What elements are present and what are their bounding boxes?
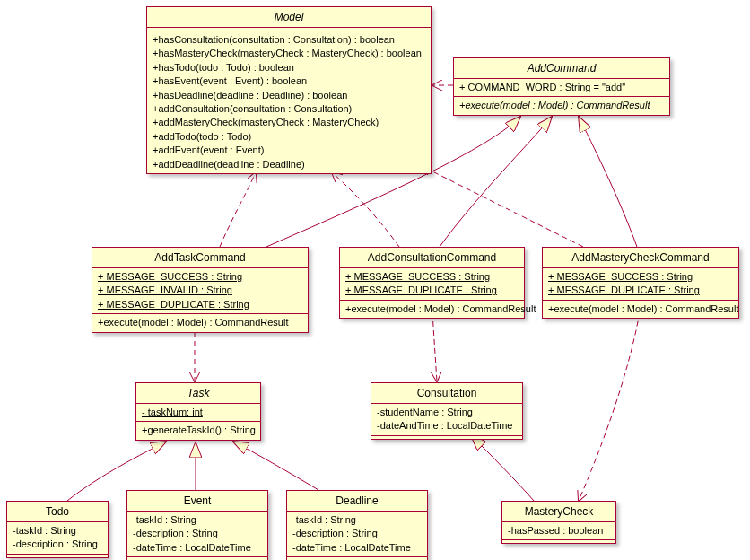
class-addconsultationcommand: AddConsultationCommand + MESSAGE_SUCCESS… xyxy=(339,247,525,319)
class-event: Event -taskId : String -description : St… xyxy=(126,490,268,560)
attribute: + MESSAGE_DUPLICATE : String xyxy=(548,284,733,297)
class-addtaskcommand: AddTaskCommand + MESSAGE_SUCCESS : Strin… xyxy=(92,247,309,333)
attribute: + MESSAGE_DUPLICATE : String xyxy=(345,284,519,297)
attribute: + COMMAND_WORD : String = "add" xyxy=(459,81,664,94)
method: +hasDeadline(deadline : Deadline) : bool… xyxy=(153,89,425,102)
class-title: AddTaskCommand xyxy=(154,251,245,264)
method: +execute(model : Model) : CommandResult xyxy=(548,302,733,316)
attribute: + MESSAGE_DUPLICATE : String xyxy=(98,298,302,311)
class-title: Model xyxy=(275,11,304,23)
class-title: AddConsultationCommand xyxy=(368,251,496,264)
class-title: Event xyxy=(184,494,212,507)
class-model: Model +hasConsultation(consultation : Co… xyxy=(146,6,432,174)
attribute: -description : String xyxy=(133,527,262,540)
method: +addConsultation(consultation : Consulta… xyxy=(153,102,425,116)
method: +addEvent(event : Event) xyxy=(153,144,425,157)
class-title: Deadline xyxy=(336,494,378,507)
class-title: Todo xyxy=(46,505,69,518)
method: +addTodo(todo : Todo) xyxy=(153,130,425,144)
method: +hasMasteryCheck(masteryCheck : MasteryC… xyxy=(153,47,425,60)
attribute: + MESSAGE_SUCCESS : String xyxy=(548,270,733,284)
method: +execute(model : Model) : CommandResult xyxy=(98,316,302,329)
class-title: Task xyxy=(188,387,210,399)
attribute: -description : String xyxy=(13,538,102,551)
attribute: -hasPassed : boolean xyxy=(508,524,610,538)
class-title: MasteryCheck xyxy=(525,505,594,518)
class-masterycheck: MasteryCheck -hasPassed : boolean xyxy=(501,501,616,544)
method: +generateTaskId() : String xyxy=(142,424,255,437)
attribute: -studentName : String xyxy=(377,406,517,419)
class-title: AddCommand xyxy=(528,62,597,74)
class-consultation: Consultation -studentName : String -date… xyxy=(371,382,523,440)
method: +addMasteryCheck(masteryCheck : MasteryC… xyxy=(153,116,425,129)
method: +hasEvent(event : Event) : boolean xyxy=(153,74,425,88)
method: +execute(model : Model) : CommandResult xyxy=(345,302,519,316)
method: +addDeadline(deadline : Deadline) xyxy=(153,158,425,171)
attribute: + MESSAGE_INVALID : String xyxy=(98,284,302,297)
class-todo: Todo -taskId : String -description : Str… xyxy=(6,501,109,558)
attribute: - taskNum: int xyxy=(142,406,255,419)
class-deadline: Deadline -taskId : String -description :… xyxy=(286,490,428,560)
attribute: -dateTime : LocalDateTime xyxy=(133,541,262,555)
class-title: Consultation xyxy=(417,387,477,399)
attribute: -taskId : String xyxy=(292,513,422,527)
class-addcommand: AddCommand + COMMAND_WORD : String = "ad… xyxy=(453,57,670,116)
attribute: -taskId : String xyxy=(133,513,262,527)
attribute: -description : String xyxy=(292,527,422,540)
attribute: + MESSAGE_SUCCESS : String xyxy=(345,270,519,284)
attribute: + MESSAGE_SUCCESS : String xyxy=(98,270,302,284)
attribute: -dateTime : LocalDateTime xyxy=(292,541,422,555)
method: +hasTodo(todo : Todo) : boolean xyxy=(153,61,425,74)
class-addmasterycheckcommand: AddMasteryCheckCommand + MESSAGE_SUCCESS… xyxy=(542,247,739,319)
attribute: -taskId : String xyxy=(13,524,102,538)
class-title: AddMasteryCheckCommand xyxy=(571,251,709,264)
attribute: -dateAndTime : LocalDateTime xyxy=(377,419,517,433)
method: +hasConsultation(consultation : Consulta… xyxy=(153,33,425,47)
class-task: Task - taskNum: int +generateTaskId() : … xyxy=(135,382,261,441)
method: +execute(model : Model) : CommandResult xyxy=(459,99,664,112)
